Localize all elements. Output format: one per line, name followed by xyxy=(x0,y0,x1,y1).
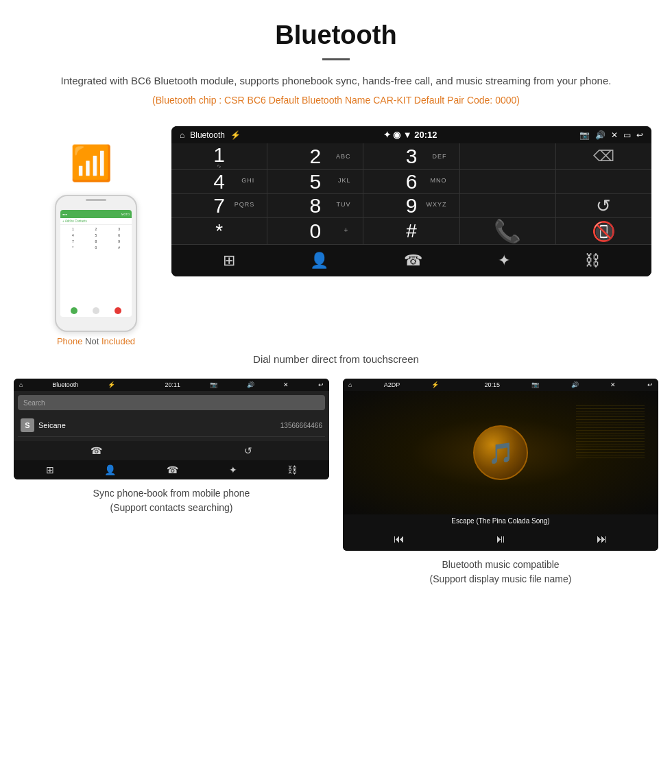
middle-section: ⨯ 📶 ●●●MOTO + Add to Contacts 123 456 78… xyxy=(0,126,672,346)
pb-usb-icon: ⚡ xyxy=(108,381,115,388)
phone-top-bar: ●●●MOTO xyxy=(60,210,132,218)
music-camera-icon: 📷 xyxy=(531,381,539,388)
music-next-icon[interactable]: ⏭ xyxy=(597,533,608,545)
music-usb-icon: ⚡ xyxy=(431,381,439,388)
header-specs: (Bluetooth chip : CSR BC6 Default Blueto… xyxy=(14,95,658,106)
status-center: ✦ ◉ ▼ 20:12 xyxy=(383,130,437,140)
contact-avatar: S xyxy=(21,418,34,432)
status-right: 📷 🔊 ✕ ▭ ↩ xyxy=(579,130,643,140)
music-song-title: Escape (The Pina Colada Song) xyxy=(343,514,658,527)
bluetooth-nav-icon[interactable]: ✦ xyxy=(498,252,510,270)
bluetooth-logo-icon: 📶 xyxy=(70,143,112,183)
dial-display-2 xyxy=(460,170,555,193)
phone-screen: ●●●MOTO + Add to Contacts 123 456 789 *0… xyxy=(60,210,132,317)
usb-icon: ⚡ xyxy=(230,130,241,140)
music-vol-icon: 🔊 xyxy=(571,381,579,388)
dial-backspace[interactable]: ⌫ xyxy=(556,143,651,169)
music-time: 20:15 xyxy=(485,381,501,388)
dial-key-1[interactable]: 1 ∿ xyxy=(171,143,267,169)
pb-time: 20:11 xyxy=(165,381,181,388)
dial-key-0[interactable]: 0 + xyxy=(267,218,363,244)
status-bar: ⌂ Bluetooth ⚡ ✦ ◉ ▼ 20:12 📷 🔊 ✕ ▭ ↩ xyxy=(171,126,651,143)
music-status-bar: ⌂ A2DP ⚡ 20:15 📷 🔊 ✕ ↩ xyxy=(343,379,658,391)
header-divider xyxy=(322,58,350,60)
music-background: 🎵 xyxy=(343,391,658,514)
dial-end-button[interactable]: 📵 xyxy=(556,218,651,244)
status-left: ⌂ Bluetooth ⚡ xyxy=(180,130,241,140)
pb-grid-icon[interactable]: ⊞ xyxy=(46,464,54,475)
keypad-icon[interactable]: ⊞ xyxy=(223,252,235,270)
phone-area: ⨯ 📶 ●●●MOTO + Add to Contacts 123 456 78… xyxy=(21,126,171,346)
dial-key-7[interactable]: 7 PQRS xyxy=(171,194,267,217)
dial-key-3[interactable]: 3 DEF xyxy=(363,143,459,169)
phonebook-status-bar: ⌂ Bluetooth ⚡ 20:11 📷 🔊 ✕ ↩ xyxy=(14,379,329,391)
close-icon: ✕ xyxy=(611,130,618,140)
phonebook-search-bar[interactable]: Search xyxy=(18,395,325,410)
pb-close-icon: ✕ xyxy=(283,381,289,388)
dial-key-star[interactable]: * xyxy=(171,218,267,244)
pb-vol-icon: 🔊 xyxy=(247,381,254,388)
dial-redial[interactable]: ↺ xyxy=(556,194,651,217)
dial-call-button[interactable]: 📞 xyxy=(460,218,555,244)
music-close-icon: ✕ xyxy=(610,381,616,388)
call-log-icon[interactable]: ☎ xyxy=(404,252,422,270)
dial-bottom-nav: ⊞ 👤 ☎ ✦ ⛓ xyxy=(171,244,651,276)
pb-refresh-icon[interactable]: ↺ xyxy=(244,445,252,456)
pb-camera-icon: 📷 xyxy=(210,381,217,388)
contact-name: Seicane xyxy=(38,421,280,429)
dial-key-4[interactable]: 4 GHI xyxy=(171,170,267,193)
phone-contact-label: + Add to Contacts xyxy=(60,218,132,225)
music-status-label: A2DP xyxy=(384,381,400,388)
pb-user-icon[interactable]: 👤 xyxy=(104,464,116,475)
phone-end-button xyxy=(115,307,121,314)
phonebook-right-icons: ☎ ↺ xyxy=(14,441,329,460)
music-controls: ⏮ ⏯ ⏭ xyxy=(343,527,658,551)
pb-link-icon[interactable]: ⛓ xyxy=(287,464,297,475)
phone-not-included-label: Phone Not Included xyxy=(57,336,135,346)
phonebook-content: Search S Seicane 13566664466 xyxy=(14,391,329,441)
dial-key-2[interactable]: 2 ABC xyxy=(267,143,363,169)
header-description: Integrated with BC6 Bluetooth module, su… xyxy=(14,73,658,89)
music-prev-icon[interactable]: ⏮ xyxy=(394,533,405,545)
settings-nav-icon[interactable]: ⛓ xyxy=(585,252,600,270)
pb-call-icon[interactable]: ☎ xyxy=(91,445,102,456)
dial-key-6[interactable]: 6 MNO xyxy=(363,170,459,193)
status-label: Bluetooth xyxy=(190,130,225,140)
bottom-section: ⌂ Bluetooth ⚡ 20:11 📷 🔊 ✕ ↩ Search S Sei… xyxy=(0,379,672,607)
dial-key-5[interactable]: 5 JKL xyxy=(267,170,363,193)
phonebook-item: ⌂ Bluetooth ⚡ 20:11 📷 🔊 ✕ ↩ Search S Sei… xyxy=(14,379,329,586)
dial-key-hash[interactable]: # xyxy=(363,218,459,244)
music-back-icon: ↩ xyxy=(647,381,653,388)
contact-phone: 13566664466 xyxy=(280,422,322,429)
music-item: ⌂ A2DP ⚡ 20:15 📷 🔊 ✕ ↩ 🎵 Escape (The Pin… xyxy=(343,379,658,586)
pb-phone-icon[interactable]: ☎ xyxy=(167,464,178,475)
phone-home-button xyxy=(93,307,99,314)
music-visualizer xyxy=(576,405,645,460)
dial-empty-1 xyxy=(556,170,651,193)
music-album-art: 🎵 xyxy=(473,425,528,480)
music-home-icon: ⌂ xyxy=(348,381,352,388)
not-word: Not xyxy=(85,336,99,346)
car-dial-screen: ⌂ Bluetooth ⚡ ✦ ◉ ▼ 20:12 📷 🔊 ✕ ▭ ↩ 1 ∿ xyxy=(171,126,651,276)
page-header: Bluetooth Integrated with BC6 Bluetooth … xyxy=(0,0,672,126)
music-play-icon[interactable]: ⏯ xyxy=(495,533,506,545)
pb-bt-icon[interactable]: ✦ xyxy=(229,464,237,475)
volume-icon: 🔊 xyxy=(595,130,605,140)
window-icon: ▭ xyxy=(623,130,631,140)
contact-row[interactable]: S Seicane 13566664466 xyxy=(18,414,325,437)
pb-status-label: Bluetooth xyxy=(52,381,78,388)
page-title: Bluetooth xyxy=(14,21,658,50)
phone-keypad: 123 456 789 *0# xyxy=(60,225,132,252)
dial-display-area xyxy=(460,143,555,169)
pb-home-icon: ⌂ xyxy=(19,381,23,388)
music-caption: Bluetooth music compatible (Support disp… xyxy=(430,558,572,586)
dial-grid: 1 ∿ 2 ABC 3 DEF ⌫ 4 GHI 5 JKL xyxy=(171,143,651,244)
phonebook-caption: Sync phone-book from mobile phone (Suppo… xyxy=(93,486,250,515)
contacts-icon[interactable]: 👤 xyxy=(310,252,328,270)
dial-key-8[interactable]: 8 TUV xyxy=(267,194,363,217)
home-icon: ⌂ xyxy=(180,130,184,140)
search-placeholder: Search xyxy=(23,399,45,407)
dial-key-9[interactable]: 9 WXYZ xyxy=(363,194,459,217)
music-screen: ⌂ A2DP ⚡ 20:15 📷 🔊 ✕ ↩ 🎵 Escape (The Pin… xyxy=(343,379,658,551)
bluetooth-illustration: ⨯ 📶 xyxy=(62,140,130,195)
